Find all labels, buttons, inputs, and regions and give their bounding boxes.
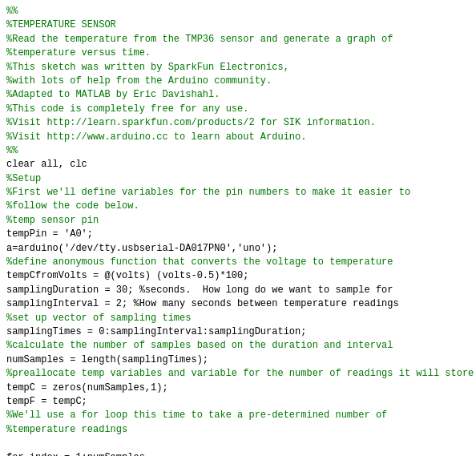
code-line: %follow the code below. <box>6 200 139 212</box>
code-line: %TEMPERATURE SENSOR <box>6 19 116 30</box>
code-line: samplingTimes = 0:samplingInterval:sampl… <box>6 326 306 337</box>
code-line: tempF = tempC; <box>6 396 87 407</box>
code-line: %This sketch was written by SparkFun Ele… <box>6 62 289 73</box>
code-line: %with lots of help from the Arduino comm… <box>6 75 272 87</box>
code-line: %Visit http://learn.sparkfun.com/product… <box>6 117 376 128</box>
code-line: %Adapted to MATLAB by Eric Davishahl. <box>6 89 220 100</box>
code-line: %temp sensor pin <box>6 215 99 226</box>
code-line: numSamples = length(samplingTimes); <box>6 354 208 365</box>
code-editor: %% %TEMPERATURE SENSOR %Read the tempera… <box>0 0 476 456</box>
code-line: clear all, clc <box>6 159 87 170</box>
code-line: %% <box>6 145 18 156</box>
code-line: %Setup <box>6 173 41 184</box>
code-line: %% <box>6 6 18 17</box>
code-line: %We'll use a for loop this time to take … <box>6 410 387 421</box>
code-line: tempC = zeros(numSamples,1); <box>6 382 168 393</box>
code-line: tempCfromVolts = @(volts) (volts-0.5)*10… <box>6 270 248 281</box>
code-line: %Read the temperature from the TMP36 sen… <box>6 34 393 45</box>
code-line: %temperature versus time. <box>6 47 151 59</box>
code-line: %This code is completely free for any us… <box>6 103 248 115</box>
code-line: %First we'll define variables for the pi… <box>6 187 410 198</box>
code-line: %preallocate temp variables and variable… <box>6 368 474 379</box>
code-line: samplingInterval = 2; %How many seconds … <box>6 298 399 309</box>
code-line: %temperature readings <box>6 424 127 435</box>
code-line: for index = 1:numSamples <box>6 452 145 457</box>
code-line: %define anonymous function that converts… <box>6 256 393 268</box>
code-line: %set up vector of sampling times <box>6 313 191 324</box>
code-line: a=arduino('/dev/tty.usbserial-DA017PN0',… <box>6 243 277 254</box>
code-line: %Visit http://www.arduino.cc to learn ab… <box>6 131 306 143</box>
code-line: %calculate the number of samples based o… <box>6 340 393 351</box>
code-line: tempPin = 'A0'; <box>6 228 93 240</box>
code-line: samplingDuration = 30; %seconds. How lon… <box>6 284 393 296</box>
